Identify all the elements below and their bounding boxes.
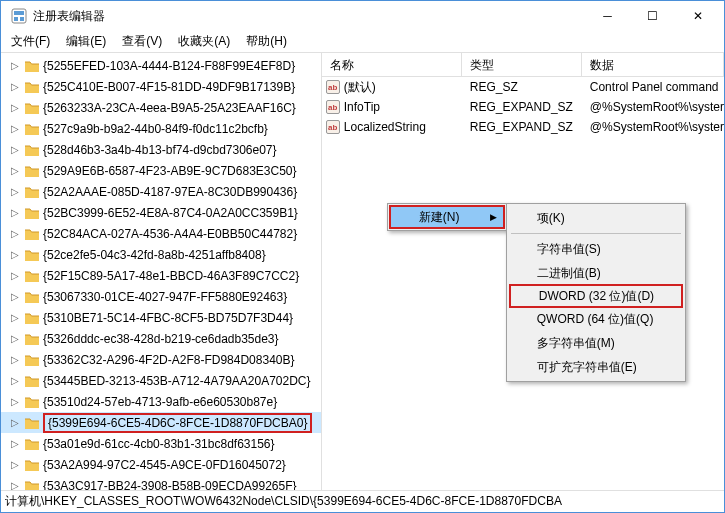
folder-icon: [24, 185, 40, 199]
expand-caret-icon[interactable]: ▷: [9, 249, 21, 260]
expand-caret-icon[interactable]: ▷: [9, 312, 21, 323]
tree-item-label: {53510d24-57eb-4713-9afb-e6e60530b87e}: [43, 395, 277, 409]
value-name: InfoTip: [344, 100, 380, 114]
tree-item[interactable]: ▷{5263233A-23CA-4eea-B9A5-25A23EAAF16C}: [1, 97, 321, 118]
context-item-dword[interactable]: DWORD (32 位)值(D): [509, 284, 683, 308]
expand-caret-icon[interactable]: ▷: [9, 81, 21, 92]
tree-item[interactable]: ▷{52A2AAAE-085D-4187-97EA-8C30DB990436}: [1, 181, 321, 202]
column-headers: 名称 类型 数据: [322, 53, 724, 77]
expand-caret-icon[interactable]: ▷: [9, 165, 21, 176]
tree-item[interactable]: ▷{525C410E-B007-4F15-81DD-49DF9B17139B}: [1, 76, 321, 97]
expand-caret-icon[interactable]: ▷: [9, 459, 21, 470]
tree-item[interactable]: ▷{53067330-01CE-4027-947F-FF5880E92463}: [1, 286, 321, 307]
tree-item-label: {529A9E6B-6587-4F23-AB9E-9C7D683E3C50}: [43, 164, 297, 178]
expand-caret-icon[interactable]: ▷: [9, 228, 21, 239]
tree-item-label: {5326dddc-ec38-428d-b219-ce6dadb35de3}: [43, 332, 279, 346]
header-type[interactable]: 类型: [462, 53, 582, 76]
tree-item[interactable]: ▷{53445BED-3213-453B-A712-4A79AA20A702DC…: [1, 370, 321, 391]
close-button[interactable]: ✕: [675, 1, 720, 31]
context-item-expandstring[interactable]: 可扩充字符串值(E): [509, 355, 683, 379]
tree-item[interactable]: ▷{53362C32-A296-4F2D-A2F8-FD984D08340B}: [1, 349, 321, 370]
tree-item-label: {53a01e9d-61cc-4cb0-83b1-31bc8df63156}: [43, 437, 275, 451]
header-name[interactable]: 名称: [322, 53, 462, 76]
tree-item-label: {52A2AAAE-085D-4187-97EA-8C30DB990436}: [43, 185, 297, 199]
statusbar: 计算机\HKEY_CLASSES_ROOT\WOW6432Node\CLSID\…: [1, 490, 724, 512]
expand-caret-icon[interactable]: ▷: [9, 480, 21, 490]
tree-item[interactable]: ▷{53510d24-57eb-4713-9afb-e6e60530b87e}: [1, 391, 321, 412]
expand-caret-icon[interactable]: ▷: [9, 291, 21, 302]
tree-item[interactable]: ▷{527c9a9b-b9a2-44b0-84f9-f0dc11c2bcfb}: [1, 118, 321, 139]
context-item-new-label: 新建(N): [419, 209, 460, 226]
tree-item-label: {53445BED-3213-453B-A712-4A79AA20A702DC}: [43, 374, 311, 388]
tree-item[interactable]: ▷{52C84ACA-027A-4536-A4A4-E0BB50C44782}: [1, 223, 321, 244]
expand-caret-icon[interactable]: ▷: [9, 396, 21, 407]
menu-help[interactable]: 帮助(H): [238, 31, 295, 52]
context-item-binary[interactable]: 二进制值(B): [509, 261, 683, 285]
folder-icon: [24, 269, 40, 283]
expand-caret-icon[interactable]: ▷: [9, 417, 21, 428]
value-row[interactable]: abLocalizedStringREG_EXPAND_SZ@%SystemRo…: [322, 117, 724, 137]
tree-item[interactable]: ▷{5255EFED-103A-4444-B124-F88F99E4EF8D}: [1, 55, 321, 76]
menu-edit[interactable]: 编辑(E): [58, 31, 114, 52]
tree-item[interactable]: ▷{5399E694-6CE5-4D6C-8FCE-1D8870FDCBA0}: [1, 412, 321, 433]
folder-icon: [24, 164, 40, 178]
folder-icon: [24, 353, 40, 367]
folder-icon: [24, 437, 40, 451]
tree-item[interactable]: ▷{528d46b3-3a4b-4b13-bf74-d9cbd7306e07}: [1, 139, 321, 160]
folder-icon: [24, 311, 40, 325]
tree-item[interactable]: ▷{5310BE71-5C14-4FBC-8CF5-BD75D7F3D44}: [1, 307, 321, 328]
context-item-string[interactable]: 字符串值(S): [509, 237, 683, 261]
context-menu-new-submenu: 项(K) 字符串值(S) 二进制值(B) DWORD (32 位)值(D) QW…: [506, 203, 686, 382]
folder-icon: [24, 206, 40, 220]
tree-item-label: {52BC3999-6E52-4E8A-87C4-0A2A0CC359B1}: [43, 206, 298, 220]
menu-file[interactable]: 文件(F): [3, 31, 58, 52]
context-item-key[interactable]: 项(K): [509, 206, 683, 230]
value-row[interactable]: ab(默认)REG_SZControl Panel command: [322, 77, 724, 97]
value-row[interactable]: abInfoTipREG_EXPAND_SZ@%SystemRoot%\syst…: [322, 97, 724, 117]
context-item-qword[interactable]: QWORD (64 位)值(Q): [509, 307, 683, 331]
header-data[interactable]: 数据: [582, 53, 724, 76]
expand-caret-icon[interactable]: ▷: [9, 60, 21, 71]
tree-item[interactable]: ▷{5326dddc-ec38-428d-b219-ce6dadb35de3}: [1, 328, 321, 349]
expand-caret-icon[interactable]: ▷: [9, 438, 21, 449]
expand-caret-icon[interactable]: ▷: [9, 144, 21, 155]
expand-caret-icon[interactable]: ▷: [9, 333, 21, 344]
context-item-new[interactable]: 新建(N) ▶: [389, 205, 505, 229]
value-type: REG_SZ: [462, 80, 582, 94]
expand-caret-icon[interactable]: ▷: [9, 102, 21, 113]
folder-icon: [24, 458, 40, 472]
menu-view[interactable]: 查看(V): [114, 31, 170, 52]
tree-item-label: {53A2A994-97C2-4545-A9CE-0FD16045072}: [43, 458, 286, 472]
maximize-button[interactable]: ☐: [630, 1, 675, 31]
tree-item[interactable]: ▷{52BC3999-6E52-4E8A-87C4-0A2A0CC359B1}: [1, 202, 321, 223]
folder-icon: [24, 395, 40, 409]
tree-item-label: {53A3C917-BB24-3908-B58B-09ECDA99265F}: [43, 479, 297, 491]
folder-icon: [24, 227, 40, 241]
menubar: 文件(F) 编辑(E) 查看(V) 收藏夹(A) 帮助(H): [1, 31, 724, 53]
tree-item[interactable]: ▷{53a01e9d-61cc-4cb0-83b1-31bc8df63156}: [1, 433, 321, 454]
expand-caret-icon[interactable]: ▷: [9, 375, 21, 386]
tree-item[interactable]: ▷{53A2A994-97C2-4545-A9CE-0FD16045072}: [1, 454, 321, 475]
folder-icon: [24, 479, 40, 491]
tree-item[interactable]: ▷{52ce2fe5-04c3-42fd-8a8b-4251affb8408}: [1, 244, 321, 265]
value-name: LocalizedString: [344, 120, 426, 134]
tree-item[interactable]: ▷{53A3C917-BB24-3908-B58B-09ECDA99265F}: [1, 475, 321, 490]
tree-item[interactable]: ▷{52F15C89-5A17-48e1-BBCD-46A3F89C7CC2}: [1, 265, 321, 286]
expand-caret-icon[interactable]: ▷: [9, 207, 21, 218]
folder-icon: [24, 80, 40, 94]
minimize-button[interactable]: ─: [585, 1, 630, 31]
folder-icon: [24, 143, 40, 157]
tree-panel[interactable]: ▷{5255EFED-103A-4444-B124-F88F99E4EF8D}▷…: [1, 53, 322, 490]
expand-caret-icon[interactable]: ▷: [9, 270, 21, 281]
tree-item-label: {527c9a9b-b9a2-44b0-84f9-f0dc11c2bcfb}: [43, 122, 268, 136]
string-value-icon: ab: [326, 120, 340, 134]
expand-caret-icon[interactable]: ▷: [9, 123, 21, 134]
expand-caret-icon[interactable]: ▷: [9, 354, 21, 365]
tree-item-label: {53362C32-A296-4F2D-A2F8-FD984D08340B}: [43, 353, 295, 367]
submenu-arrow-icon: ▶: [490, 212, 497, 222]
expand-caret-icon[interactable]: ▷: [9, 186, 21, 197]
context-item-multistring[interactable]: 多字符串值(M): [509, 331, 683, 355]
tree-item[interactable]: ▷{529A9E6B-6587-4F23-AB9E-9C7D683E3C50}: [1, 160, 321, 181]
menu-favorites[interactable]: 收藏夹(A): [170, 31, 238, 52]
values-panel: 名称 类型 数据 ab(默认)REG_SZControl Panel comma…: [322, 53, 724, 490]
